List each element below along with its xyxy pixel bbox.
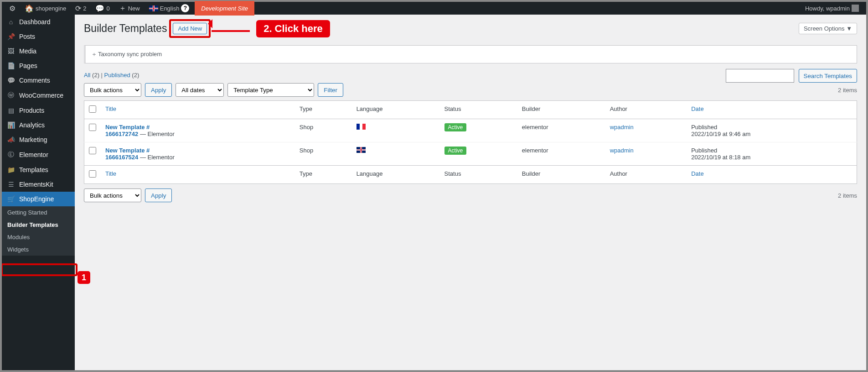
- menu-label: Templates: [19, 166, 48, 173]
- author-link[interactable]: wpadmin: [610, 147, 634, 154]
- main-content: Builder Templates Add New 2. Click here …: [75, 15, 866, 211]
- media-icon: 🖼: [6, 47, 16, 55]
- template-type-select[interactable]: Template Type: [227, 83, 314, 97]
- site-name: shopengine: [36, 5, 66, 12]
- row-builder: elementor: [517, 142, 605, 166]
- menu-label: Elementor: [19, 151, 48, 158]
- updates-count: 2: [83, 5, 86, 12]
- menu-pages[interactable]: 📄Pages: [2, 58, 75, 73]
- analytics-icon: 📊: [6, 121, 16, 129]
- filter-all[interactable]: All: [84, 72, 90, 79]
- menu-analytics[interactable]: 📊Analytics: [2, 118, 75, 132]
- page-title: Builder Templates: [84, 22, 167, 35]
- arrow-icon: [212, 23, 250, 35]
- language-switcher[interactable]: English?: [145, 1, 193, 16]
- menu-templates[interactable]: 📁Templates: [2, 162, 75, 177]
- home-icon: 🏠: [25, 4, 34, 13]
- updates[interactable]: ⟳2: [72, 1, 90, 16]
- menu-shopengine[interactable]: 🛒ShopEngine: [2, 192, 75, 206]
- apply-button-top[interactable]: Apply: [145, 83, 172, 97]
- filter-button[interactable]: Filter: [318, 83, 343, 97]
- menu-products[interactable]: ▤Products: [2, 103, 75, 118]
- search-box: Search Templates: [726, 69, 857, 83]
- col-type-foot: Type: [295, 166, 352, 184]
- greeting: Howdy, wpadmin: [805, 5, 850, 12]
- menu-posts[interactable]: 📌Posts: [2, 29, 75, 44]
- menu-label: Pages: [19, 62, 37, 69]
- megaphone-icon: 📣: [6, 136, 16, 143]
- row-title-suffix: — Elementor: [138, 154, 174, 161]
- wp-logo[interactable]: ⚙: [5, 1, 19, 16]
- bulk-actions-select-bottom[interactable]: Bulk actions: [84, 189, 141, 202]
- filter-count: (2): [92, 72, 99, 79]
- page-icon: 📄: [6, 62, 16, 69]
- plus-icon: ＋: [119, 4, 126, 13]
- col-builder: Builder: [517, 101, 605, 119]
- dev-site-badge: Development Site: [195, 1, 254, 16]
- col-type: Type: [295, 101, 352, 119]
- menu-media[interactable]: 🖼Media: [2, 44, 75, 58]
- cart-icon: 🛒: [6, 195, 16, 203]
- col-date-foot[interactable]: Date: [687, 166, 857, 184]
- select-all-bottom[interactable]: [89, 170, 96, 178]
- table-row: New Template #1666172742 — Elementor Sho…: [84, 119, 857, 142]
- menu-label: Media: [19, 47, 36, 55]
- uk-flag-icon: [149, 5, 158, 11]
- filter-published[interactable]: Published: [104, 72, 130, 79]
- screen-options-button[interactable]: Screen Options ▼: [799, 23, 857, 34]
- elementskit-icon: ☰: [6, 181, 16, 188]
- row-checkbox[interactable]: [89, 124, 96, 131]
- site-home[interactable]: 🏠shopengine: [21, 1, 70, 16]
- items-count-bottom: 2 items: [838, 192, 857, 199]
- col-author: Author: [605, 101, 687, 119]
- comments-count: 0: [106, 5, 109, 12]
- select-all-top[interactable]: [89, 105, 96, 113]
- my-account[interactable]: Howdy, wpadmin: [801, 1, 863, 16]
- menu-label: Dashboard: [19, 18, 51, 26]
- comments-bubble[interactable]: 💬0: [92, 1, 113, 16]
- apply-button-bottom[interactable]: Apply: [145, 189, 172, 202]
- add-new-button[interactable]: Add New: [173, 23, 207, 34]
- new-content[interactable]: ＋New: [115, 1, 144, 16]
- comment-icon: 💬: [6, 77, 16, 84]
- bulk-actions-select[interactable]: Bulk actions: [84, 83, 141, 97]
- menu-comments[interactable]: 💬Comments: [2, 73, 75, 88]
- plus-icon: ＋: [91, 51, 97, 58]
- menu-label: Comments: [19, 77, 50, 84]
- col-title[interactable]: Title: [101, 101, 295, 119]
- menu-woocommerce[interactable]: ⓦWooCommerce: [2, 88, 75, 103]
- row-type: Shop: [295, 142, 352, 166]
- annotation-text: 2. Click here: [264, 23, 323, 35]
- menu-elementor[interactable]: ⒺElementor: [2, 147, 75, 162]
- annotation-callout-2: 2. Click here: [256, 20, 330, 37]
- products-icon: ▤: [6, 107, 16, 114]
- menu-marketing[interactable]: 📣Marketing: [2, 132, 75, 147]
- col-date[interactable]: Date: [687, 101, 857, 119]
- menu-label: Products: [19, 107, 44, 114]
- tablenav-top: Bulk actions Apply All dates Template Ty…: [84, 83, 857, 97]
- menu-dashboard[interactable]: ⌂Dashboard: [2, 15, 75, 29]
- sub-getting-started[interactable]: Getting Started: [2, 206, 75, 211]
- col-author-foot: Author: [605, 166, 687, 184]
- menu-elementskit[interactable]: ☰ElementsKit: [2, 177, 75, 192]
- admin-menu: ⌂Dashboard 📌Posts 🖼Media 📄Pages 💬Comment…: [2, 15, 75, 211]
- author-link[interactable]: wpadmin: [610, 124, 634, 131]
- dates-select[interactable]: All dates: [176, 83, 224, 97]
- woo-icon: ⓦ: [6, 91, 16, 100]
- items-count-top: 2 items: [838, 87, 857, 94]
- col-status: Status: [440, 101, 517, 119]
- search-input[interactable]: [726, 69, 794, 83]
- admin-bar: ⚙ 🏠shopengine ⟳2 💬0 ＋New English? Develo…: [0, 0, 868, 15]
- language-label: English: [160, 5, 180, 12]
- new-label: New: [128, 5, 140, 12]
- row-checkbox[interactable]: [89, 147, 96, 154]
- fr-flag-icon: [356, 124, 366, 130]
- col-language: Language: [352, 101, 440, 119]
- templates-table: Title Type Language Status Builder Autho…: [84, 100, 857, 184]
- col-title-foot[interactable]: Title: [101, 166, 295, 184]
- refresh-icon: ⟳: [75, 4, 81, 13]
- row-title-suffix: — Elementor: [138, 131, 174, 137]
- avatar-icon: [852, 5, 859, 12]
- search-button[interactable]: Search Templates: [799, 69, 857, 83]
- chevron-down-icon: ▼: [846, 25, 852, 32]
